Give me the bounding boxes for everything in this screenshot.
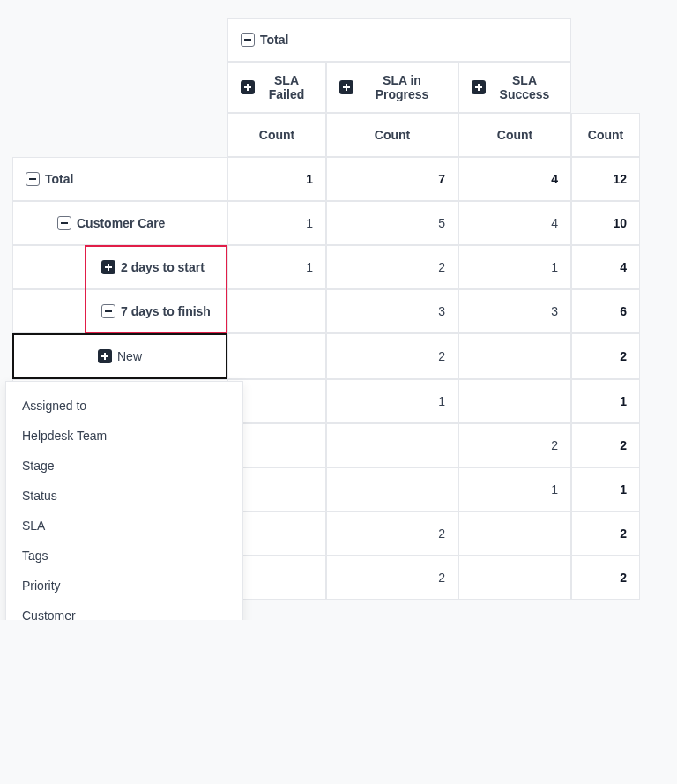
data-cell[interactable]: 2 xyxy=(458,423,571,467)
data-cell[interactable]: 2 xyxy=(571,333,640,379)
col-label: SLA Failed xyxy=(260,73,313,101)
data-cell[interactable]: 4 xyxy=(571,245,640,289)
col-header-total-label: Total xyxy=(260,33,288,47)
data-cell[interactable]: 7 xyxy=(326,157,458,201)
row-header[interactable]: Customer Care xyxy=(12,201,227,245)
collapse-icon xyxy=(241,33,255,47)
row-header[interactable]: Total xyxy=(12,157,227,201)
data-cell[interactable]: 10 xyxy=(571,201,640,245)
col-label: SLA in Progress xyxy=(359,73,445,101)
expand-icon xyxy=(98,349,112,363)
row-label-text: Customer Care xyxy=(77,216,165,230)
col-header-sla-success[interactable]: SLA Success xyxy=(458,62,571,113)
dropdown-item-label: SLA xyxy=(22,519,45,533)
groupby-dropdown: Assigned toHelpdesk TeamStageStatusSLATa… xyxy=(5,381,243,620)
svg-rect-7 xyxy=(29,178,36,180)
dropdown-item-label: Customer xyxy=(22,609,76,620)
data-cell[interactable]: 4 xyxy=(458,157,571,201)
col-header-sla-in-progress[interactable]: SLA in Progress xyxy=(326,62,458,113)
data-cell[interactable]: 2 xyxy=(571,511,640,556)
data-cell[interactable] xyxy=(458,333,571,379)
data-cell[interactable]: 1 xyxy=(571,379,640,423)
dropdown-item[interactable]: Assigned to xyxy=(6,391,242,421)
collapse-icon xyxy=(101,304,115,318)
dropdown-item-label: Assigned to xyxy=(22,399,86,413)
data-cell[interactable]: 2 xyxy=(326,511,458,556)
data-cell[interactable] xyxy=(227,289,326,333)
data-cell[interactable]: 1 xyxy=(571,467,640,511)
col-header-sla-failed[interactable]: SLA Failed xyxy=(227,62,326,113)
svg-rect-4 xyxy=(343,86,350,88)
collapse-icon xyxy=(26,172,40,186)
measure-header[interactable]: Count xyxy=(227,113,326,157)
measure-header[interactable]: Count xyxy=(326,113,458,157)
expand-icon xyxy=(101,260,115,274)
data-cell[interactable] xyxy=(326,423,458,467)
svg-rect-13 xyxy=(101,355,108,357)
dropdown-item[interactable]: Helpdesk Team xyxy=(6,421,242,451)
measure-header[interactable]: Count xyxy=(458,113,571,157)
data-cell[interactable]: 2 xyxy=(326,556,458,600)
row-header[interactable]: New xyxy=(12,333,227,379)
row-header[interactable]: 7 days to finish xyxy=(12,289,227,333)
data-cell[interactable] xyxy=(458,379,571,423)
dropdown-item-label: Status xyxy=(22,489,57,503)
dropdown-item[interactable]: Customer xyxy=(6,601,242,620)
row-label-text: Total xyxy=(45,172,73,186)
measure-header[interactable]: Count xyxy=(571,113,640,157)
data-cell[interactable] xyxy=(227,333,326,379)
dropdown-item[interactable]: Tags xyxy=(6,541,242,571)
dropdown-item-label: Tags xyxy=(22,549,48,563)
data-cell[interactable]: 1 xyxy=(227,157,326,201)
row-label-text: New xyxy=(117,349,142,363)
dropdown-item-label: Priority xyxy=(22,579,61,593)
svg-rect-6 xyxy=(475,86,482,88)
dropdown-item-label: Helpdesk Team xyxy=(22,429,107,443)
data-cell[interactable]: 12 xyxy=(571,157,640,201)
dropdown-item[interactable]: Stage xyxy=(6,451,242,481)
row-header[interactable]: 2 days to start xyxy=(12,245,227,289)
table-row: 7 days to finish336 xyxy=(12,289,640,333)
table-row: New22 xyxy=(12,333,640,379)
collapse-icon xyxy=(57,216,71,230)
data-cell[interactable]: 2 xyxy=(571,423,640,467)
header-row-2: SLA Failed SLA in Progress SLA Success xyxy=(12,62,640,113)
svg-rect-2 xyxy=(244,86,251,88)
svg-rect-8 xyxy=(61,222,68,224)
data-cell[interactable]: 6 xyxy=(571,289,640,333)
expand-icon xyxy=(339,80,353,94)
col-header-total[interactable]: Total xyxy=(227,18,571,62)
table-row: Customer Care15410 xyxy=(12,201,640,245)
data-cell[interactable] xyxy=(458,511,571,556)
dropdown-item[interactable]: Status xyxy=(6,481,242,511)
pivot-wrap: Total SLA Failed SLA in Progress xyxy=(12,18,640,600)
svg-rect-0 xyxy=(244,39,251,41)
dropdown-item[interactable]: SLA xyxy=(6,511,242,541)
row-label-text: 2 days to start xyxy=(121,260,205,274)
data-cell[interactable] xyxy=(326,467,458,511)
data-cell[interactable]: 1 xyxy=(458,467,571,511)
dropdown-item-label: Stage xyxy=(22,459,55,473)
data-cell[interactable]: 1 xyxy=(326,379,458,423)
data-cell[interactable]: 5 xyxy=(326,201,458,245)
expand-icon xyxy=(472,80,486,94)
table-row: 2 days to start1214 xyxy=(12,245,640,289)
data-cell[interactable]: 1 xyxy=(227,245,326,289)
data-cell[interactable]: 1 xyxy=(458,245,571,289)
header-row-1: Total xyxy=(12,18,640,62)
data-cell[interactable]: 3 xyxy=(458,289,571,333)
data-cell[interactable]: 1 xyxy=(227,201,326,245)
data-cell[interactable]: 4 xyxy=(458,201,571,245)
data-cell[interactable] xyxy=(458,556,571,600)
data-cell[interactable]: 2 xyxy=(326,333,458,379)
dropdown-item[interactable]: Priority xyxy=(6,571,242,601)
data-cell[interactable]: 3 xyxy=(326,289,458,333)
data-cell[interactable]: 2 xyxy=(326,245,458,289)
svg-rect-10 xyxy=(105,266,112,268)
col-label: SLA Success xyxy=(491,73,558,101)
row-label-text: 7 days to finish xyxy=(121,304,211,318)
header-row-3: Count Count Count Count xyxy=(12,113,640,157)
data-cell[interactable]: 2 xyxy=(571,556,640,600)
svg-rect-11 xyxy=(105,310,112,312)
table-row: Total17412 xyxy=(12,157,640,201)
